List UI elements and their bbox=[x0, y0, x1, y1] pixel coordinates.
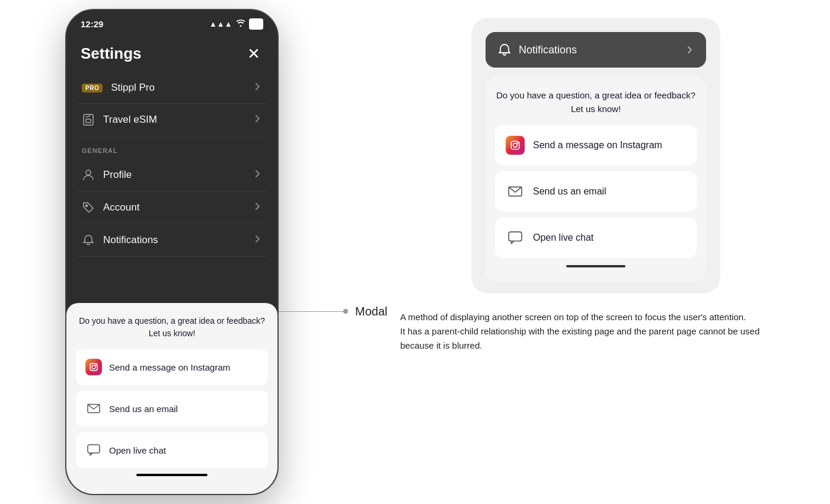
large-email-label: Send us an email bbox=[533, 186, 606, 197]
svg-rect-10 bbox=[88, 445, 100, 453]
svg-rect-15 bbox=[509, 232, 522, 241]
menu-section-top: PRO Stippl Pro Travel eSIM bbox=[66, 72, 277, 136]
right-panel: Notifications Do you have a question, a … bbox=[362, 0, 830, 504]
instagram-label: Send a message on Instagram bbox=[109, 362, 230, 372]
svg-point-7 bbox=[92, 365, 95, 369]
modal-sheet: Do you have a question, a great idea or … bbox=[66, 303, 277, 494]
svg-point-4 bbox=[86, 170, 91, 175]
instagram-icon bbox=[85, 359, 102, 375]
notifications-label: Notifications bbox=[103, 234, 158, 246]
large-instagram-label: Send a message on Instagram bbox=[533, 140, 662, 151]
close-button[interactable] bbox=[244, 44, 263, 63]
chevron-icon bbox=[253, 82, 262, 94]
svg-point-8 bbox=[95, 365, 96, 365]
large-modal: Do you have a question, a great idea or … bbox=[486, 77, 706, 282]
livechat-button[interactable]: Open live chat bbox=[76, 432, 268, 468]
svg-point-5 bbox=[86, 205, 88, 207]
modal-label: Modal bbox=[355, 305, 387, 318]
profile-label: Profile bbox=[103, 169, 132, 181]
settings-header: Settings bbox=[66, 34, 277, 72]
svg-point-12 bbox=[513, 143, 518, 148]
connector-area: Modal bbox=[279, 305, 362, 318]
battery-badge: 98 bbox=[249, 18, 263, 30]
large-home-indicator bbox=[566, 265, 625, 267]
home-indicator bbox=[136, 474, 208, 476]
left-phone: 12:29 ▲▲▲ 98 Settings PRO bbox=[65, 9, 279, 495]
status-time: 12:29 bbox=[81, 19, 103, 29]
travel-esim-label: Travel eSIM bbox=[103, 114, 157, 126]
menu-section-general: GENERAL Profile Acc bbox=[66, 136, 277, 257]
signal-icon: ▲▲▲ bbox=[209, 20, 232, 28]
sim-icon bbox=[82, 113, 95, 126]
large-modal-question: Do you have a question, a great idea or … bbox=[495, 89, 697, 116]
connector-dot bbox=[343, 309, 348, 314]
chevron-icon bbox=[253, 202, 262, 213]
stippl-pro-label: Stippl Pro bbox=[111, 82, 155, 94]
modal-question: Do you have a question, a great idea or … bbox=[76, 315, 268, 340]
description-line-1: A method of displaying another screen on… bbox=[400, 310, 791, 324]
menu-item-stippl-pro[interactable]: PRO Stippl Pro bbox=[76, 72, 268, 104]
instagram-icon-large bbox=[506, 136, 525, 155]
bell-icon-large bbox=[497, 43, 512, 57]
bell-icon bbox=[82, 234, 95, 247]
svg-point-13 bbox=[517, 143, 518, 143]
chevron-icon bbox=[253, 169, 262, 181]
large-phone-mockup: Notifications Do you have a question, a … bbox=[471, 18, 720, 294]
person-icon bbox=[82, 168, 95, 181]
large-livechat-label: Open live chat bbox=[533, 232, 593, 243]
chat-icon-large bbox=[506, 228, 525, 247]
large-email-button[interactable]: Send us an email bbox=[495, 171, 697, 212]
menu-item-profile[interactable]: Profile bbox=[76, 159, 268, 192]
email-icon-large bbox=[506, 182, 525, 201]
svg-rect-2 bbox=[84, 114, 93, 125]
left-phone-container: 12:29 ▲▲▲ 98 Settings PRO bbox=[65, 9, 279, 495]
email-icon bbox=[85, 400, 102, 417]
chevron-icon bbox=[253, 114, 262, 126]
chevron-icon bbox=[253, 234, 262, 246]
livechat-label: Open live chat bbox=[109, 445, 166, 455]
status-bar: 12:29 ▲▲▲ 98 bbox=[66, 10, 277, 34]
large-livechat-button[interactable]: Open live chat bbox=[495, 218, 697, 258]
description-block: A method of displaying another screen on… bbox=[394, 310, 797, 353]
account-label: Account bbox=[103, 202, 139, 213]
pro-badge: PRO bbox=[82, 84, 103, 92]
connector: Modal bbox=[279, 305, 387, 318]
settings-title: Settings bbox=[81, 44, 142, 63]
wifi-icon bbox=[236, 20, 245, 28]
connector-line bbox=[279, 311, 344, 312]
status-icons: ▲▲▲ 98 bbox=[209, 18, 263, 30]
svg-rect-3 bbox=[86, 119, 91, 123]
email-button[interactable]: Send us an email bbox=[76, 391, 268, 426]
instagram-button[interactable]: Send a message on Instagram bbox=[76, 349, 268, 385]
email-label: Send us an email bbox=[109, 404, 178, 414]
large-instagram-button[interactable]: Send a message on Instagram bbox=[495, 125, 697, 165]
notifications-row-label: Notifications bbox=[519, 44, 577, 56]
menu-item-notifications[interactable]: Notifications bbox=[76, 224, 268, 257]
menu-item-account[interactable]: Account bbox=[76, 192, 268, 224]
notifications-row[interactable]: Notifications bbox=[486, 32, 706, 68]
tag-icon bbox=[82, 201, 95, 214]
chevron-right-icon bbox=[685, 45, 694, 55]
chat-icon bbox=[85, 442, 102, 458]
description-line-2: It has a parent-child relationship with … bbox=[400, 324, 791, 353]
menu-item-travel-esim[interactable]: Travel eSIM bbox=[76, 104, 268, 136]
general-label: GENERAL bbox=[76, 136, 268, 159]
